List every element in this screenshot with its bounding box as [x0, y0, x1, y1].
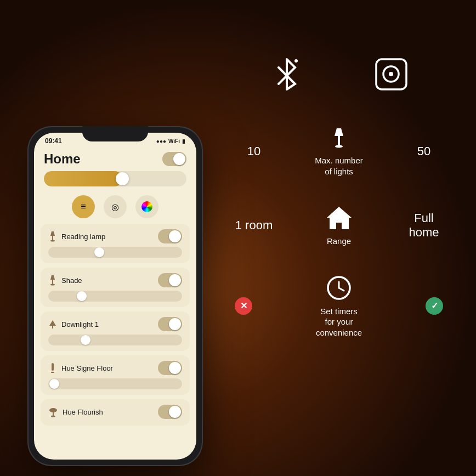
- svg-point-8: [49, 408, 57, 412]
- range-max-value: Full home: [405, 211, 443, 240]
- list-item: Downlight 1: [41, 311, 190, 351]
- battery-icon: ▮: [182, 138, 185, 144]
- flourish-icon: [48, 406, 58, 418]
- range-comparison-row: 1 room Range Full home: [235, 204, 443, 247]
- tab-scenes[interactable]: ◎: [104, 195, 127, 218]
- lamp-comparison-icon: [331, 126, 347, 151]
- list-item: Shade: [41, 268, 190, 307]
- light-icon-name: Downlight 1: [48, 318, 99, 330]
- svg-point-10: [51, 416, 55, 417]
- wifi-icon: WiFi: [168, 138, 180, 144]
- tab-color[interactable]: [135, 195, 158, 218]
- timers-comparison-row: ✕ Set timersfor yourconvenience ✓: [235, 274, 443, 338]
- light-icon-name: Hue Signe Floor: [48, 362, 113, 374]
- timers-label: Set timersfor yourconvenience: [316, 306, 362, 338]
- light-icon-name: Reading lamp: [48, 230, 105, 242]
- light-icon-name: Shade: [48, 274, 82, 286]
- lights-label: Max. numberof lights: [315, 155, 363, 177]
- brightness-thumb: [116, 172, 129, 185]
- list-item: Hue Signe Floor: [41, 355, 190, 395]
- timers-yes-icon: ✓: [426, 297, 443, 315]
- light-icon-name: Hue Flourish: [48, 406, 103, 418]
- status-time: 09:41: [45, 137, 62, 145]
- slider-thumb: [77, 291, 87, 301]
- lights-min-value: 10: [235, 144, 273, 158]
- light-name: Downlight 1: [61, 320, 99, 328]
- timers-center: Set timersfor yourconvenience: [298, 274, 380, 338]
- svg-point-1: [50, 240, 55, 242]
- svg-rect-7: [51, 372, 54, 373]
- light-item-header: Downlight 1: [48, 317, 182, 331]
- top-icons-row: [235, 55, 443, 93]
- svg-rect-15: [338, 136, 340, 146]
- svg-rect-0: [52, 236, 53, 240]
- lamp-icon: [48, 230, 57, 242]
- range-min-value: 1 room: [235, 218, 273, 233]
- slider-thumb: [49, 379, 59, 389]
- timers-no-icon: ✕: [235, 297, 252, 315]
- list-item: Reading lamp: [41, 224, 190, 263]
- light-toggle[interactable]: [158, 229, 182, 243]
- range-center: Range: [298, 204, 380, 247]
- no-mark: ✕: [240, 301, 247, 311]
- svg-point-3: [50, 284, 55, 286]
- light-item-header: Hue Signe Floor: [48, 361, 182, 375]
- light-slider[interactable]: [48, 378, 182, 389]
- svg-point-14: [389, 72, 393, 76]
- phone-screen: 09:41 ●●● WiFi ▮ Home ≡: [34, 133, 196, 460]
- comparison-panel: 10 Max. numberof lights 50 1 room Range: [235, 55, 443, 365]
- lights-center: Max. numberof lights: [298, 126, 380, 177]
- svg-rect-6: [52, 363, 54, 371]
- light-name: Shade: [61, 276, 82, 285]
- color-icon: [141, 201, 152, 212]
- tab-list[interactable]: ≡: [72, 195, 95, 218]
- brightness-slider[interactable]: [44, 171, 186, 186]
- svg-point-16: [335, 145, 343, 148]
- light-item-header: Shade: [48, 273, 182, 287]
- svg-marker-4: [49, 320, 56, 326]
- light-toggle[interactable]: [158, 361, 182, 375]
- lights-comparison-row: 10 Max. numberof lights 50: [235, 126, 443, 177]
- lights-max-value: 50: [405, 144, 443, 158]
- list-icon: ≡: [81, 202, 86, 212]
- light-name: Hue Flourish: [63, 408, 103, 416]
- list-item: Hue Flourish: [41, 399, 190, 426]
- status-icons: ●●● WiFi ▮: [156, 138, 185, 144]
- light-toggle[interactable]: [158, 273, 182, 287]
- downlight-icon: [48, 318, 57, 330]
- svg-point-11: [294, 59, 298, 63]
- shade-icon: [48, 274, 57, 286]
- svg-rect-2: [52, 280, 53, 284]
- phone-notch: [82, 126, 148, 141]
- slider-thumb: [94, 247, 104, 257]
- svg-rect-9: [53, 412, 54, 416]
- phone-frame: 09:41 ●●● WiFi ▮ Home ≡: [27, 126, 203, 466]
- lights-list: Reading lamp: [34, 224, 196, 430]
- yes-mark: ✓: [431, 301, 438, 311]
- light-toggle[interactable]: [158, 317, 182, 331]
- home-header: Home: [34, 145, 196, 171]
- range-label: Range: [327, 236, 351, 247]
- home-title: Home: [44, 151, 81, 167]
- bluetooth-icon: [268, 55, 306, 93]
- hub-icon-block: [372, 55, 410, 93]
- brightness-fill: [44, 171, 122, 186]
- icon-tabs: ≡ ◎: [34, 193, 196, 224]
- signe-icon: [48, 362, 57, 374]
- home-comparison-icon: [324, 204, 354, 231]
- light-toggle[interactable]: [158, 405, 182, 419]
- light-slider[interactable]: [48, 335, 182, 345]
- light-slider[interactable]: [48, 247, 182, 258]
- light-item-header: Reading lamp: [48, 229, 182, 243]
- phone-mockup: 09:41 ●●● WiFi ▮ Home ≡: [27, 126, 203, 466]
- light-name: Reading lamp: [61, 233, 105, 241]
- clock-comparison-icon: [325, 274, 353, 302]
- home-toggle[interactable]: [162, 152, 186, 166]
- signal-icon: ●●●: [156, 138, 166, 144]
- svg-rect-5: [52, 326, 53, 328]
- svg-line-19: [339, 288, 344, 291]
- hub-icon: [372, 55, 410, 93]
- light-slider[interactable]: [48, 291, 182, 302]
- bluetooth-icon-block: [268, 55, 306, 93]
- scenes-icon: ◎: [111, 202, 119, 212]
